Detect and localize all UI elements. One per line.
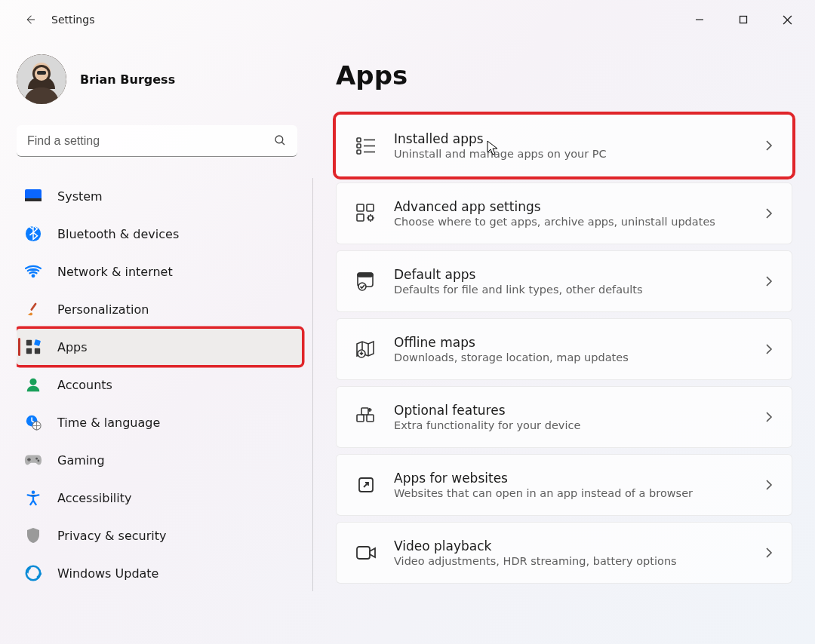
- maximize-button[interactable]: [721, 3, 765, 36]
- card-video-playback[interactable]: Video playback Video adjustments, HDR st…: [336, 522, 792, 584]
- card-title: Apps for websites: [394, 470, 761, 486]
- close-button[interactable]: [765, 3, 809, 36]
- card-subtitle: Extra functionality for your device: [394, 419, 761, 433]
- sidebar-item-label: Windows Update: [57, 566, 158, 581]
- optional-features-icon: [355, 406, 377, 428]
- sidebar-item-label: Accounts: [57, 378, 112, 392]
- sidebar-item-label: Privacy & security: [57, 529, 166, 543]
- maximize-icon: [739, 15, 748, 24]
- card-subtitle: Uninstall and manage apps on your PC: [394, 147, 761, 161]
- shield-icon: [24, 526, 42, 544]
- minimize-button[interactable]: [678, 3, 721, 36]
- sidebar-item-label: Apps: [57, 340, 88, 354]
- svg-rect-31: [357, 214, 364, 221]
- sidebar-item-system[interactable]: System: [17, 178, 302, 214]
- svg-point-19: [35, 458, 38, 460]
- svg-rect-15: [35, 348, 40, 354]
- svg-rect-11: [30, 302, 37, 311]
- sidebar: Brian Burgess System Bluetooth & devices: [0, 39, 313, 644]
- sidebar-item-windows-update[interactable]: Windows Update: [17, 555, 302, 591]
- sidebar-item-accounts[interactable]: Accounts: [17, 366, 302, 403]
- sidebar-item-label: Network & internet: [57, 265, 173, 279]
- person-icon: [24, 376, 42, 394]
- advanced-settings-icon: [355, 202, 377, 225]
- sidebar-item-label: Personalization: [57, 302, 149, 317]
- svg-rect-29: [357, 204, 364, 211]
- svg-rect-13: [34, 339, 41, 346]
- back-button[interactable]: [17, 6, 44, 33]
- svg-rect-34: [358, 273, 373, 277]
- svg-point-6: [275, 136, 283, 143]
- sidebar-item-apps[interactable]: Apps: [17, 329, 302, 365]
- card-installed-apps[interactable]: Installed apps Uninstall and manage apps…: [336, 115, 792, 176]
- chevron-right-icon: [761, 477, 777, 492]
- svg-rect-5: [37, 71, 46, 75]
- svg-rect-37: [357, 415, 364, 422]
- clock-globe-icon: [24, 413, 42, 431]
- chevron-right-icon: [761, 409, 777, 425]
- minimize-icon: [695, 15, 704, 24]
- account-header[interactable]: Brian Burgess: [17, 54, 313, 104]
- chevron-right-icon: [761, 545, 777, 560]
- card-subtitle: Defaults for file and link types, other …: [394, 283, 761, 297]
- svg-rect-14: [26, 348, 32, 354]
- card-default-apps[interactable]: Default apps Defaults for file and link …: [336, 250, 792, 312]
- card-offline-maps[interactable]: Offline maps Downloads, storage location…: [336, 318, 792, 380]
- sidebar-item-network[interactable]: Network & internet: [17, 253, 302, 290]
- card-apps-for-websites[interactable]: Apps for websites Websites that can open…: [336, 454, 792, 516]
- search-input[interactable]: [17, 125, 297, 157]
- card-title: Offline maps: [394, 334, 761, 351]
- bluetooth-icon: [24, 225, 42, 243]
- close-icon: [783, 15, 792, 25]
- svg-rect-24: [357, 144, 361, 148]
- sidebar-item-time-language[interactable]: Time & language: [17, 404, 302, 440]
- svg-point-16: [29, 379, 36, 385]
- svg-point-35: [358, 283, 366, 290]
- card-title: Video playback: [394, 538, 761, 554]
- chevron-right-icon: [761, 138, 777, 153]
- svg-rect-30: [367, 204, 374, 211]
- avatar: [17, 54, 66, 104]
- window-controls: [678, 3, 809, 36]
- sidebar-item-label: System: [57, 189, 103, 204]
- search-icon: [273, 133, 287, 147]
- card-advanced-app-settings[interactable]: Advanced app settings Choose where to ge…: [336, 182, 792, 244]
- sidebar-item-personalization[interactable]: Personalization: [17, 291, 302, 327]
- content-area: Apps Installed apps Uninstall and manage…: [313, 39, 815, 644]
- map-icon: [355, 338, 377, 360]
- sidebar-item-privacy-security[interactable]: Privacy & security: [17, 517, 302, 554]
- svg-point-20: [38, 460, 40, 462]
- card-subtitle: Downloads, storage location, map updates: [394, 351, 761, 365]
- svg-rect-1: [740, 17, 747, 23]
- svg-rect-9: [25, 198, 42, 201]
- card-optional-features[interactable]: Optional features Extra functionality fo…: [336, 386, 792, 448]
- svg-line-7: [281, 142, 284, 145]
- card-title: Optional features: [394, 402, 761, 419]
- card-subtitle: Choose where to get apps, archive apps, …: [394, 215, 761, 229]
- svg-rect-39: [361, 408, 368, 415]
- external-link-icon: [355, 474, 377, 496]
- sidebar-item-label: Bluetooth & devices: [57, 227, 179, 241]
- gamepad-icon: [24, 451, 42, 469]
- sidebar-item-bluetooth[interactable]: Bluetooth & devices: [17, 216, 302, 252]
- paintbrush-icon: [24, 300, 42, 318]
- svg-rect-38: [367, 415, 374, 422]
- svg-rect-23: [357, 138, 361, 142]
- svg-rect-41: [357, 547, 370, 559]
- video-icon: [355, 541, 377, 564]
- chevron-right-icon: [761, 274, 777, 289]
- sidebar-item-gaming[interactable]: Gaming: [17, 442, 302, 478]
- wifi-icon: [24, 262, 42, 281]
- sidebar-item-accessibility[interactable]: Accessibility: [17, 480, 302, 516]
- card-title: Default apps: [394, 266, 761, 283]
- chevron-right-icon: [761, 342, 777, 357]
- user-name: Brian Burgess: [80, 72, 175, 87]
- installed-apps-icon: [355, 134, 377, 157]
- card-title: Installed apps: [394, 130, 761, 147]
- arrow-left-icon: [23, 13, 37, 26]
- nav-list: System Bluetooth & devices Network & int…: [17, 178, 313, 591]
- titlebar: Settings: [0, 0, 815, 39]
- sidebar-item-label: Accessibility: [57, 491, 131, 505]
- accessibility-icon: [24, 489, 42, 507]
- sidebar-item-label: Gaming: [57, 453, 105, 468]
